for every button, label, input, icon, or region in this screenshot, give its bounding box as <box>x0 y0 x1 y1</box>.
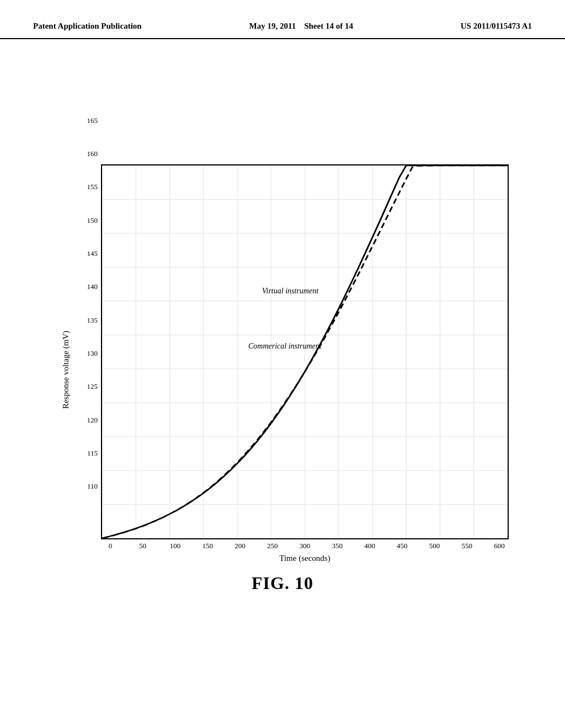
y-tick-110: 110 <box>87 482 98 491</box>
y-tick-125: 125 <box>87 382 98 391</box>
y-tick-130: 130 <box>87 349 98 358</box>
x-tick-50: 50 <box>134 542 152 550</box>
y-tick-120: 120 <box>87 416 98 425</box>
y-axis-label-container: Response voltage (mV) <box>56 177 76 563</box>
header-center: May 19, 2011 Sheet 14 of 14 <box>249 20 353 33</box>
y-tick-150: 150 <box>87 216 98 225</box>
x-tick-450: 450 <box>393 542 412 550</box>
sheet-label: Sheet 14 of 14 <box>304 22 353 30</box>
chart-svg <box>102 165 508 538</box>
x-tick-300: 300 <box>296 542 315 550</box>
y-axis-label: Response voltage (mV) <box>62 331 71 409</box>
y-tick-140: 140 <box>87 282 98 291</box>
plot-box: Virtual instrument Commerical instrument <box>101 164 509 539</box>
date-label: May 19, 2011 <box>249 22 296 30</box>
x-tick-200: 200 <box>231 542 249 550</box>
figure-label: FIG. 10 <box>252 573 313 593</box>
x-ticks-container: 0 50 100 150 200 250 300 350 400 450 500… <box>101 539 509 550</box>
x-axis-label: Time (seconds) <box>101 554 509 563</box>
x-tick-150: 150 <box>198 542 217 550</box>
header-right: US 2011/0115473 A1 <box>461 20 532 33</box>
publication-label: Patent Application Publication <box>33 22 142 30</box>
x-tick-350: 350 <box>328 542 347 550</box>
y-ticks-container: 165 160 155 150 145 140 135 130 125 120 … <box>76 116 101 491</box>
y-tick-115: 115 <box>87 449 98 458</box>
figure-container: Response voltage (mV) 165 160 155 150 14… <box>56 78 509 684</box>
x-tick-500: 500 <box>425 542 444 550</box>
page-header: Patent Application Publication May 19, 2… <box>0 0 565 39</box>
y-tick-155: 155 <box>87 183 98 191</box>
header-left: Patent Application Publication <box>33 20 142 33</box>
y-tick-160: 160 <box>87 149 98 158</box>
plot-and-xaxis: Virtual instrument Commerical instrument… <box>101 164 509 563</box>
x-tick-550: 550 <box>457 542 476 550</box>
virtual-instrument-label: Virtual instrument <box>262 287 318 296</box>
x-tick-250: 250 <box>263 542 282 550</box>
y-tick-135: 135 <box>87 316 98 325</box>
chart-area: Response voltage (mV) 165 160 155 150 14… <box>56 111 509 563</box>
patent-number: US 2011/0115473 A1 <box>461 22 532 30</box>
y-tick-165: 165 <box>87 116 98 125</box>
x-tick-100: 100 <box>166 542 185 550</box>
x-tick-400: 400 <box>360 542 379 550</box>
y-tick-145: 145 <box>87 249 98 258</box>
x-tick-600: 600 <box>490 542 509 550</box>
commercial-instrument-label: Commerical instrument <box>248 342 322 351</box>
main-content: Response voltage (mV) 165 160 155 150 14… <box>0 39 565 712</box>
x-tick-0: 0 <box>101 542 120 550</box>
